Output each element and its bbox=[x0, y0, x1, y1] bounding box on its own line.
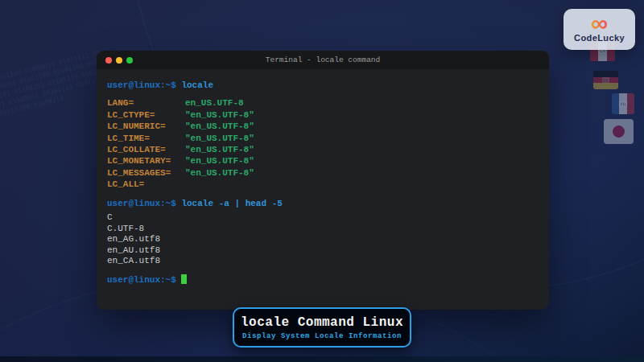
flag-germany-icon: DE bbox=[593, 71, 618, 89]
locale-var-line: LC_NUMERIC="en_US.UTF-8" bbox=[107, 121, 538, 132]
brand-name: CodeLucky bbox=[574, 33, 625, 43]
locale-key: LC_MONETARY= bbox=[107, 155, 185, 167]
output-line: C bbox=[107, 212, 538, 224]
locale-key: LC_CTYPE= bbox=[107, 109, 185, 121]
output-text: C.UTF-8 bbox=[107, 224, 144, 233]
output-line: en_CA.utf8 bbox=[107, 256, 538, 267]
locale-value: "en_US.UTF-8" bbox=[185, 156, 254, 166]
locale-var-line: LC_MONETARY="en_US.UTF-8" bbox=[107, 155, 538, 167]
locale-value: "en_US.UTF-8" bbox=[185, 110, 254, 120]
caption-card: locale Command Linux Display System Loca… bbox=[233, 307, 411, 348]
output-text: en_CA.utf8 bbox=[107, 256, 160, 265]
locale-var-line: LC_COLLATE="en_US.UTF-8" bbox=[107, 144, 538, 155]
terminal-window: Terminal - locale command user@linux:~$ … bbox=[97, 51, 549, 310]
prompt-text: user@linux:~$ bbox=[107, 80, 181, 90]
locale-key: LANG= bbox=[107, 97, 185, 109]
command-text: locale -a | head -5 bbox=[181, 199, 282, 208]
output-text: en_AU.utf8 bbox=[107, 245, 160, 255]
locale-value: "en_US.UTF-8" bbox=[185, 168, 254, 178]
locale-key: LC_TIME= bbox=[107, 133, 185, 144]
locale-key: LC_COLLATE= bbox=[107, 144, 185, 155]
locale-value: en_US.UTF-8 bbox=[185, 98, 244, 108]
flag-france-label: FR bbox=[619, 101, 626, 107]
locale-var-line: LC_ALL= bbox=[107, 179, 538, 190]
locale-var-line: LC_CTYPE="en_US.UTF-8" bbox=[107, 109, 538, 121]
command-output-block: CC.UTF-8en_AG.utf8en_AU.utf8en_CA.utf8 bbox=[107, 212, 538, 267]
terminal-line: user@linux:~$ locale bbox=[107, 80, 538, 91]
window-title: Terminal - locale command bbox=[97, 56, 549, 64]
locale-var-line: LC_MESSAGES="en_US.UTF-8" bbox=[107, 167, 538, 179]
locale-var-line: LC_TIME="en_US.UTF-8" bbox=[107, 133, 538, 144]
flag-germany-label: DE bbox=[602, 77, 609, 83]
flag-france-icon: FR bbox=[612, 93, 634, 114]
terminal-cursor bbox=[181, 274, 187, 284]
locale-value: "en_US.UTF-8" bbox=[185, 121, 254, 131]
prompt-text: user@linux:~$ bbox=[107, 275, 176, 285]
japan-sun-circle bbox=[613, 125, 625, 138]
caption-subtitle: Display System Locale Information bbox=[242, 332, 402, 340]
output-text: en_AG.utf8 bbox=[107, 234, 160, 244]
locale-var-line: LANG=en_US.UTF-8 bbox=[107, 97, 538, 109]
locale-key: LC_MESSAGES= bbox=[107, 167, 185, 179]
codelucky-badge: ∞ CodeLucky bbox=[564, 9, 635, 50]
terminal-line: user@linux:~$ bbox=[107, 274, 538, 286]
flag-japan-icon bbox=[604, 119, 634, 144]
infinity-logo-icon: ∞ bbox=[591, 14, 608, 33]
output-line: en_AG.utf8 bbox=[107, 234, 538, 245]
locale-value: "en_US.UTF-8" bbox=[185, 134, 254, 143]
prompt-text: user@linux:~$ bbox=[107, 199, 181, 208]
background-bottom-band bbox=[0, 356, 644, 362]
output-line: en_AU.utf8 bbox=[107, 245, 538, 257]
caption-title: locale Command Linux bbox=[241, 315, 403, 330]
locale-key: LC_NUMERIC= bbox=[107, 121, 185, 132]
background-binary-code: 01001100 01000011 01011111 01000001 0100… bbox=[0, 48, 110, 118]
output-line: C.UTF-8 bbox=[107, 224, 538, 235]
locale-key: LC_ALL= bbox=[107, 179, 185, 190]
terminal-titlebar: Terminal - locale command bbox=[97, 51, 549, 69]
terminal-content[interactable]: user@linux:~$ localeLANG=en_US.UTF-8LC_C… bbox=[97, 69, 549, 286]
command-text: locale bbox=[181, 80, 213, 90]
locale-value: "en_US.UTF-8" bbox=[185, 145, 254, 154]
output-text: C bbox=[107, 212, 113, 222]
terminal-line: user@linux:~$ locale -a | head -5 bbox=[107, 198, 538, 209]
